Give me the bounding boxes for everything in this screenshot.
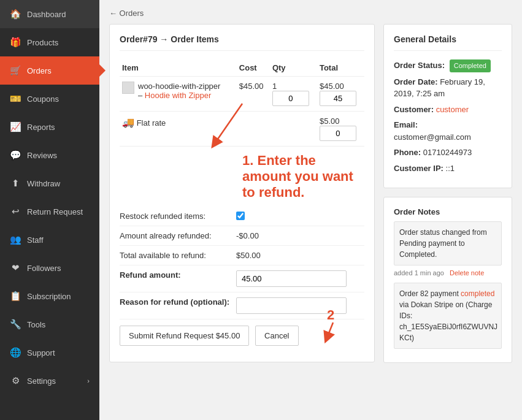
sidebar-item-label: Reviews [27,151,57,160]
sidebar-item-settings[interactable]: ⚙ Settings › [0,367,99,395]
product-qty-display: 1 [272,82,315,91]
sidebar-item-orders[interactable]: 🛒 Orders [0,56,99,85]
delete-note-1-link[interactable]: Delete note [450,269,484,277]
status-badge: Completed [450,59,491,72]
refund-amount-row: Refund amount: [120,265,364,292]
email-value: customer@gmail.com [394,132,471,142]
sidebar-item-products[interactable]: 🎁 Products [0,28,99,56]
main-content: ← Orders Order#79 → Order Items Item Cos… [99,0,522,420]
order-status-row: Order Status: Completed [394,59,502,72]
col-item: Item [120,59,237,77]
shipping-total-input[interactable] [320,126,356,141]
sidebar-item-label: Staff [27,235,44,245]
left-panel: Order#79 → Order Items Item Cost Qty Tot… [109,24,375,363]
back-to-orders-link[interactable]: ← Orders [109,9,144,18]
general-details-panel: General Details Order Status: Completed … [383,24,512,188]
shipping-total-cell: $5.00 [317,112,364,147]
customer-ip-label: Customer IP: [394,164,443,173]
product-thumbnail [122,82,134,94]
panel-title: Order#79 → Order Items [120,34,364,51]
orders-icon: 🛒 [10,65,21,76]
product-name: woo-hoodie-with-zipper [138,82,220,91]
sidebar-item-label: Settings [27,376,56,386]
support-icon: 🌐 [10,347,21,358]
settings-arrow: › [87,377,90,384]
customer-link[interactable]: customer [436,105,469,114]
phone-value: 01710244973 [423,148,472,157]
dashboard-icon: 🏠 [10,9,21,20]
product-total-input[interactable] [320,91,356,106]
sidebar-item-reports[interactable]: 📈 Reports [0,113,99,141]
note-1-meta: added 1 min ago Delete note [394,269,502,277]
general-details-title: General Details [394,34,502,51]
shipping-icon: 🚚 [122,117,134,128]
sidebar-item-label: Coupons [27,94,59,104]
shipping-qty-empty [270,112,317,147]
sidebar-item-return-request[interactable]: ↩ Return Request [0,197,99,226]
sidebar-item-subscription[interactable]: 📋 Subscription [0,282,99,310]
product-total-display: $45.00 [320,82,362,91]
total-available-value: $50.00 [236,251,261,260]
reason-label: Reason for refund (optional): [120,297,230,307]
sidebar-item-label: Products [27,38,58,47]
phone-row: Phone: 01710244973 [394,147,502,159]
product-link[interactable]: Hoodie with Zipper [145,91,211,100]
restock-label: Restock refunded items: [120,212,230,221]
settings-icon: ⚙ [10,375,21,386]
sidebar-item-coupons[interactable]: 🎫 Coupons [0,85,99,113]
amount-refunded-label: Amount already refunded: [120,231,230,240]
sidebar-item-tools[interactable]: 🔧 Tools [0,310,99,338]
sidebar: 🏠 Dashboard 🎁 Products 🛒 Orders 🎫 Coupon… [0,0,99,420]
customer-ip-row: Customer IP: ::1 [394,162,502,175]
svg-line-2 [327,323,333,338]
staff-icon: 👥 [10,234,21,245]
total-available-label: Total available to refund: [120,251,230,260]
order-notes-title: Order Notes [394,207,502,216]
sidebar-item-label: Tools [27,320,45,329]
return-icon: ↩ [10,206,21,217]
product-link-dash: – [138,91,145,100]
cancel-button[interactable]: Cancel [255,326,298,346]
order-items-panel: Order#79 → Order Items Item Cost Qty Tot… [109,24,375,362]
shipping-name: Flat rate [137,118,166,128]
sidebar-item-label: Dashboard [27,10,66,19]
subscription-icon: 📋 [10,291,21,302]
red-arrow-svg [205,97,261,159]
sidebar-item-dashboard[interactable]: 🏠 Dashboard [0,0,99,28]
sidebar-item-label: Withdraw [27,179,60,188]
sidebar-item-withdraw[interactable]: ⬆ Withdraw [0,169,99,197]
shipping-total-display: $5.00 [320,116,362,126]
email-label: Email: [394,120,418,129]
coupons-icon: 🎫 [10,93,21,104]
sidebar-item-staff[interactable]: 👥 Staff [0,226,99,254]
sidebar-item-label: Followers [27,264,61,273]
note-2-completed-link[interactable]: completed [461,289,494,298]
sidebar-item-label: Return Request [27,207,83,216]
sidebar-item-label: Orders [27,66,52,75]
email-row: Email: customer@gmail.com [394,119,502,143]
amount-refunded-value: -$0.00 [236,231,259,240]
withdraw-icon: ⬆ [10,178,21,189]
sidebar-item-reviews[interactable]: 💬 Reviews [0,141,99,169]
customer-ip-value: ::1 [446,164,455,173]
reviews-icon: 💬 [10,150,21,161]
order-date-row: Order Date: February 19, 2019, 7:25 am [394,76,502,100]
restock-checkbox[interactable] [236,212,245,220]
product-qty-input[interactable] [272,91,309,106]
svg-line-0 [215,104,242,143]
reports-icon: 📈 [10,121,21,132]
submit-refund-button[interactable]: Submit Refund Request $45.00 [120,326,249,346]
sidebar-item-support[interactable]: 🌐 Support [0,338,99,367]
arrow2-svg: 2 [316,307,353,344]
annotation-text: 1. Enter the amount you want to refund. [242,153,364,200]
svg-text:2: 2 [327,307,334,323]
product-total-cell: $45.00 [317,77,364,112]
note-2: Order 82 payment completed via Dokan Str… [394,283,502,349]
col-qty: Qty [270,59,317,77]
sidebar-item-followers[interactable]: ❤ Followers [0,254,99,282]
order-date-label: Order Date: [394,77,438,86]
refund-amount-label: Refund amount: [120,270,230,280]
note-1: Order status changed from Pending paymen… [394,221,502,265]
products-icon: 🎁 [10,37,21,48]
refund-amount-input[interactable] [236,270,347,287]
